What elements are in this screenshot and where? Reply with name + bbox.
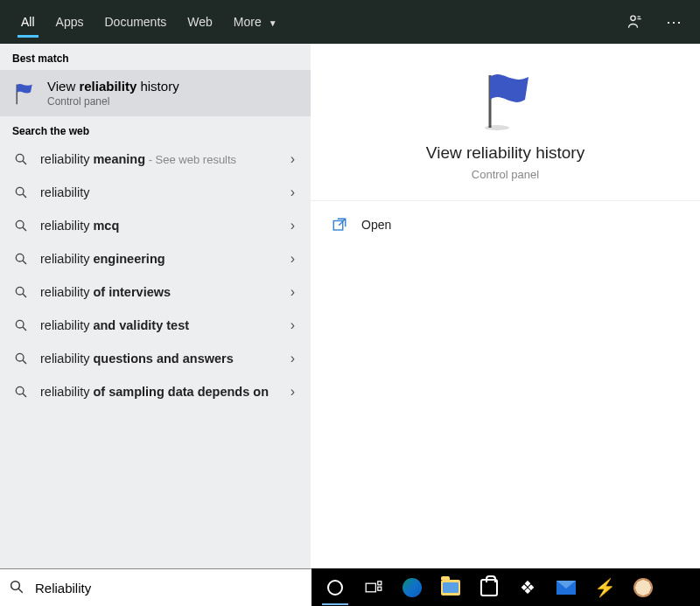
web-result-text: reliability of sampling data depends on <box>40 384 287 401</box>
svg-point-6 <box>16 220 24 228</box>
search-filter-tabs: All Apps Documents Web More ▼ ⋯ <box>0 0 700 44</box>
svg-rect-24 <box>378 581 382 584</box>
svg-line-5 <box>23 194 26 198</box>
search-icon <box>12 283 30 301</box>
best-match-title-suffix: history <box>136 79 178 94</box>
web-result-text: reliability of interviews <box>40 285 287 299</box>
taskview-icon <box>365 581 382 595</box>
paint-icon <box>634 578 653 597</box>
svg-rect-23 <box>366 583 375 592</box>
chevron-right-icon: › <box>287 251 298 267</box>
tab-web[interactable]: Web <box>177 3 223 41</box>
taskbar-taskview-button[interactable] <box>355 568 392 606</box>
web-result-text: reliability engineering <box>40 252 287 266</box>
svg-line-3 <box>23 161 26 164</box>
web-result[interactable]: reliability › <box>0 176 311 209</box>
search-icon <box>12 184 30 201</box>
svg-rect-25 <box>378 587 382 590</box>
search-icon <box>12 383 30 401</box>
chevron-right-icon: › <box>287 151 298 167</box>
web-result[interactable]: reliability engineering › <box>0 242 311 275</box>
folder-icon <box>441 580 460 596</box>
search-results-window: All Apps Documents Web More ▼ ⋯ Best mat… <box>0 0 700 606</box>
svg-line-17 <box>23 394 26 397</box>
svg-line-22 <box>18 589 23 593</box>
open-label: Open <box>361 218 391 232</box>
flag-icon <box>471 70 541 131</box>
search-box[interactable] <box>0 568 312 606</box>
svg-point-10 <box>16 287 24 295</box>
web-result-text: reliability mcq <box>40 219 287 233</box>
chevron-right-icon: › <box>287 317 298 333</box>
open-action[interactable]: Open <box>311 201 700 248</box>
results-list: Best match View reliability history Cont… <box>0 44 311 568</box>
taskbar-paint-button[interactable] <box>625 568 662 606</box>
web-result[interactable]: reliability mcq › <box>0 209 311 242</box>
tab-all[interactable]: All <box>10 3 46 41</box>
chevron-right-icon: › <box>287 218 298 233</box>
preview-subtitle: Control panel <box>319 168 691 181</box>
web-result-text: reliability and validity test <box>40 318 287 332</box>
taskbar-cortana-button[interactable] <box>317 568 354 606</box>
tab-more[interactable]: More ▼ <box>223 3 288 41</box>
search-input[interactable] <box>35 581 303 596</box>
taskbar-app-button[interactable]: ⚡ <box>586 568 623 606</box>
web-results-list: reliability meaning - See web results › … <box>0 143 311 568</box>
chevron-right-icon: › <box>287 185 298 200</box>
taskbar-store-button[interactable] <box>471 568 508 606</box>
best-match-text: View reliability history Control panel <box>47 79 179 108</box>
best-match-subtitle: Control panel <box>47 95 179 108</box>
svg-point-16 <box>16 387 24 394</box>
search-icon <box>12 250 30 268</box>
tab-more-label: More <box>234 15 262 29</box>
more-options-icon[interactable]: ⋯ <box>658 12 690 31</box>
web-result-text: reliability <box>40 185 287 199</box>
svg-point-19 <box>485 125 509 130</box>
best-match-title: View reliability history <box>47 79 179 94</box>
bottom-bar: ❖ ⚡ <box>0 568 700 606</box>
svg-point-12 <box>16 320 24 328</box>
dropbox-icon: ❖ <box>520 577 536 598</box>
best-match-title-prefix: View <box>47 79 79 94</box>
svg-point-4 <box>16 187 24 195</box>
web-result[interactable]: reliability and validity test › <box>0 309 311 342</box>
svg-line-13 <box>23 327 26 331</box>
web-result[interactable]: reliability questions and answers › <box>0 342 311 375</box>
web-result[interactable]: reliability meaning - See web results › <box>0 143 311 176</box>
preview-title: View reliability history <box>319 143 691 163</box>
svg-line-15 <box>23 360 26 364</box>
taskbar-mail-button[interactable] <box>548 568 584 606</box>
preview-header: View reliability history Control panel <box>311 44 700 201</box>
chevron-right-icon: › <box>287 384 298 400</box>
svg-point-8 <box>16 254 24 261</box>
cortana-icon <box>327 580 343 596</box>
search-icon <box>12 350 30 367</box>
web-result[interactable]: reliability of interviews › <box>0 275 311 309</box>
web-results-header: Search the web <box>0 116 311 143</box>
best-match-header: Best match <box>0 44 311 70</box>
best-match-result[interactable]: View reliability history Control panel <box>0 70 311 116</box>
tab-apps[interactable]: Apps <box>46 3 94 41</box>
main-area: Best match View reliability history Cont… <box>0 44 700 568</box>
open-icon <box>332 217 347 233</box>
store-icon <box>480 579 498 596</box>
web-result[interactable]: reliability of sampling data depends on … <box>0 375 311 408</box>
web-result-text: reliability questions and answers <box>40 352 287 366</box>
svg-point-21 <box>11 582 20 590</box>
svg-line-9 <box>23 261 26 264</box>
web-result-text: reliability meaning - See web results <box>40 152 287 166</box>
search-icon <box>9 579 26 596</box>
taskbar-explorer-button[interactable] <box>432 568 469 606</box>
feedback-icon[interactable] <box>626 13 658 31</box>
chevron-right-icon: › <box>287 284 298 300</box>
chevron-right-icon: › <box>287 351 298 366</box>
tab-documents[interactable]: Documents <box>94 3 177 41</box>
edge-icon <box>402 578 422 597</box>
taskbar-dropbox-button[interactable]: ❖ <box>509 568 546 606</box>
chevron-down-icon: ▼ <box>269 18 277 28</box>
taskbar-edge-button[interactable] <box>394 568 430 606</box>
mail-icon <box>556 581 576 595</box>
bolt-icon: ⚡ <box>594 577 616 598</box>
search-icon <box>12 150 30 168</box>
svg-point-2 <box>16 154 24 162</box>
